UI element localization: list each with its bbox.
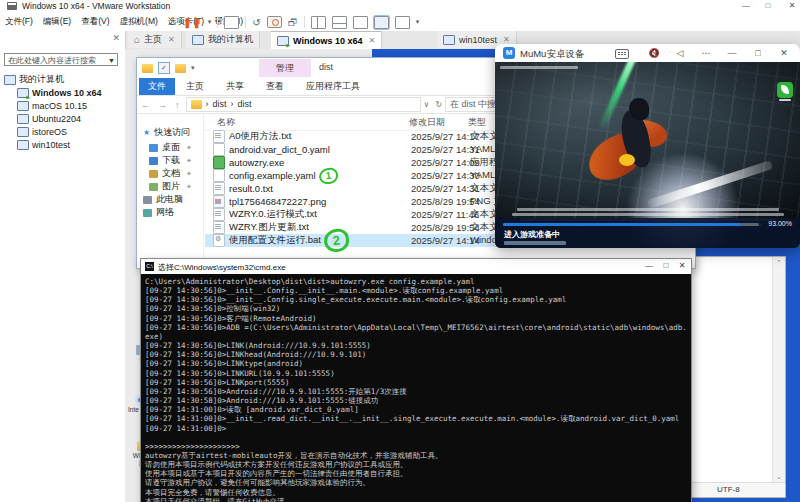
qat-dropdown-caret[interactable]: ▾ bbox=[191, 64, 195, 72]
nav-item-label: 桌面 bbox=[162, 141, 180, 154]
window-title: Windows 10 x64 - VMware Workstation bbox=[22, 1, 170, 11]
mumu-maximize-button[interactable]: □ bbox=[751, 47, 765, 59]
cmd-minimize-button[interactable]: — bbox=[641, 259, 657, 273]
tab-我的计算机[interactable]: 我的计算机 bbox=[186, 31, 260, 48]
cmd-window[interactable]: C:\ 选择C:\Windows\system32\cmd.exe — □ ✕ … bbox=[140, 258, 692, 502]
scroll-down-icon[interactable]: ⌄ bbox=[773, 473, 785, 481]
library-search-input[interactable]: 在此处键入内容进行搜索 ▼ bbox=[4, 53, 118, 66]
encoding-label: UTF-8 bbox=[717, 483, 740, 497]
notepad-window[interactable]: ⌃⌄ UTF-8 bbox=[688, 256, 786, 498]
nav-item-下载[interactable]: 下载✦ bbox=[149, 154, 192, 167]
properties-icon[interactable]: ✓ bbox=[158, 62, 170, 74]
vm-name: istoreOS bbox=[32, 127, 67, 137]
tab-主页[interactable]: ⌂主页✕ bbox=[128, 31, 182, 48]
tree-root[interactable]: 我的计算机 bbox=[4, 73, 101, 86]
vmware-titlebar: Windows 10 x64 - VMware Workstation — □ … bbox=[0, 0, 800, 13]
pause-dropdown-caret[interactable]: ▾ bbox=[208, 18, 212, 26]
mumu-window[interactable]: M MuMu安卓设备 🔇 ◁ ⋯ — □ ✕ 93.00% 进入游戏准备中 bbox=[495, 44, 800, 248]
vm-name: win10test bbox=[32, 140, 70, 150]
console-view-icon[interactable] bbox=[374, 16, 389, 29]
column-date[interactable]: 修改日期 bbox=[409, 116, 445, 129]
desktop-icon bbox=[149, 144, 158, 152]
snapshot-manager-icon[interactable]: 🗗 bbox=[288, 17, 298, 28]
file-name: autowzry.exe bbox=[229, 157, 284, 168]
library-close-icon[interactable]: ✕ bbox=[112, 33, 120, 43]
up-icon[interactable]: ↑ bbox=[171, 100, 184, 110]
nav-item-label: 图片 bbox=[162, 180, 180, 193]
pause-vm-icon[interactable]: ❚❚ bbox=[183, 17, 202, 28]
nav-item-图片[interactable]: 图片✦ bbox=[149, 180, 192, 193]
menu-item[interactable]: 查看(V) bbox=[76, 13, 114, 28]
take-snapshot-icon[interactable] bbox=[267, 16, 282, 28]
scrollbar[interactable]: ⌃⌄ bbox=[772, 257, 785, 483]
sidebar-item-Ubuntu2204[interactable]: Ubuntu2204 bbox=[4, 112, 101, 125]
mumu-minimize-button[interactable]: — bbox=[725, 47, 739, 59]
library-search-placeholder: 在此处键入内容进行搜索 bbox=[8, 56, 96, 65]
back-icon[interactable]: ◁ bbox=[673, 47, 687, 59]
pictures-icon bbox=[149, 183, 158, 191]
cmd-maximize-button[interactable]: □ bbox=[658, 259, 674, 273]
mumu-close-button[interactable]: ✕ bbox=[777, 47, 791, 59]
new-folder-icon[interactable] bbox=[175, 64, 186, 73]
tab-view[interactable]: 查看 bbox=[257, 78, 293, 95]
breadcrumb-segment[interactable]: dist bbox=[238, 98, 252, 111]
progress-subtext bbox=[504, 241, 566, 245]
minimize-button[interactable]: — bbox=[738, 0, 754, 11]
tab-share[interactable]: 共享 bbox=[217, 78, 253, 95]
tab-file[interactable]: 文件 bbox=[139, 78, 175, 95]
tab-app-tools[interactable]: 应用程序工具 bbox=[297, 78, 369, 95]
nav-item-网络[interactable]: 网络 bbox=[143, 206, 174, 219]
keyboard-icon[interactable] bbox=[615, 49, 629, 59]
tab-Windows 10 x64[interactable]: Windows 10 x64✕ bbox=[271, 31, 382, 49]
quick-access-header[interactable]: ★ 快速访问 bbox=[143, 126, 190, 139]
fullscreen-icon[interactable] bbox=[353, 16, 368, 29]
snapshot-revert-icon[interactable]: ↺ bbox=[252, 17, 260, 28]
mute-icon[interactable]: 🔇 bbox=[647, 47, 661, 59]
ctrl-alt-del-icon[interactable] bbox=[224, 16, 239, 29]
tab-close-icon[interactable]: ✕ bbox=[168, 35, 175, 44]
vm-name: macOS 10.15 bbox=[32, 101, 87, 111]
search-dropdown-caret[interactable]: ▼ bbox=[108, 54, 115, 67]
column-type[interactable]: 类型 bbox=[468, 116, 486, 129]
version-overlay bbox=[500, 66, 578, 69]
nav-item-文档[interactable]: 文档✦ bbox=[149, 167, 192, 180]
cmd-output[interactable]: C:\Users\Administrator\Desktop\dist\dist… bbox=[141, 274, 691, 502]
game-viewport[interactable]: 93.00% 进入游戏准备中 bbox=[495, 62, 800, 248]
breadcrumb[interactable]: ›dist ›dist bbox=[186, 97, 421, 112]
sidebar-item-macOS 10.15[interactable]: macOS 10.15 bbox=[4, 99, 101, 112]
scroll-up-icon[interactable]: ⌃ bbox=[773, 259, 785, 267]
menu-item[interactable]: 编辑(E) bbox=[38, 13, 76, 28]
stretch-dropdown-caret[interactable]: ▾ bbox=[416, 18, 420, 26]
sidebar-item-Windows 10 x64[interactable]: Windows 10 x64 bbox=[4, 86, 101, 99]
manage-contextual-tab[interactable]: 管理 bbox=[259, 59, 311, 77]
nav-item-此电脑[interactable]: 此电脑 bbox=[143, 193, 183, 206]
show-library-icon[interactable] bbox=[311, 16, 326, 29]
tab-close-icon[interactable]: ✕ bbox=[368, 36, 375, 45]
leaf-badge-icon[interactable] bbox=[777, 82, 793, 98]
computer-icon bbox=[4, 75, 16, 85]
mumu-titlebar: M MuMu安卓设备 🔇 ◁ ⋯ — □ ✕ bbox=[495, 44, 800, 62]
show-thumbnail-bar-icon[interactable] bbox=[332, 16, 347, 29]
sidebar-item-istoreOS[interactable]: istoreOS bbox=[4, 125, 101, 138]
stretch-guest-icon[interactable] bbox=[395, 16, 410, 29]
file-date: 2025/9/27 11:48 bbox=[411, 209, 479, 220]
refresh-icon[interactable]: ↻ bbox=[432, 100, 445, 109]
more-icon[interactable]: ⋯ bbox=[699, 47, 713, 59]
vm-icon bbox=[443, 35, 455, 45]
menu-item[interactable]: 文件(F) bbox=[0, 13, 38, 28]
column-name[interactable]: 名称 bbox=[217, 116, 235, 129]
nav-item-桌面[interactable]: 桌面✦ bbox=[149, 141, 192, 154]
tab-home[interactable]: 主页 bbox=[177, 78, 213, 95]
sidebar-item-win10test[interactable]: win10test bbox=[4, 138, 101, 151]
menu-item[interactable]: 虚拟机(M) bbox=[115, 13, 163, 28]
nav-item-label: 此电脑 bbox=[156, 193, 183, 206]
forward-icon[interactable]: → bbox=[154, 100, 171, 110]
tab-close-icon[interactable]: ✕ bbox=[503, 35, 510, 44]
close-button[interactable]: ✕ bbox=[784, 0, 800, 11]
maximize-button[interactable]: □ bbox=[760, 0, 776, 11]
address-dropdown-caret[interactable]: ∨ bbox=[421, 100, 433, 109]
cmd-close-button[interactable]: ✕ bbox=[674, 259, 690, 273]
tab-label: Windows 10 x64 bbox=[293, 36, 362, 46]
back-icon[interactable]: ← bbox=[137, 100, 154, 110]
breadcrumb-segment[interactable]: dist bbox=[213, 98, 227, 111]
